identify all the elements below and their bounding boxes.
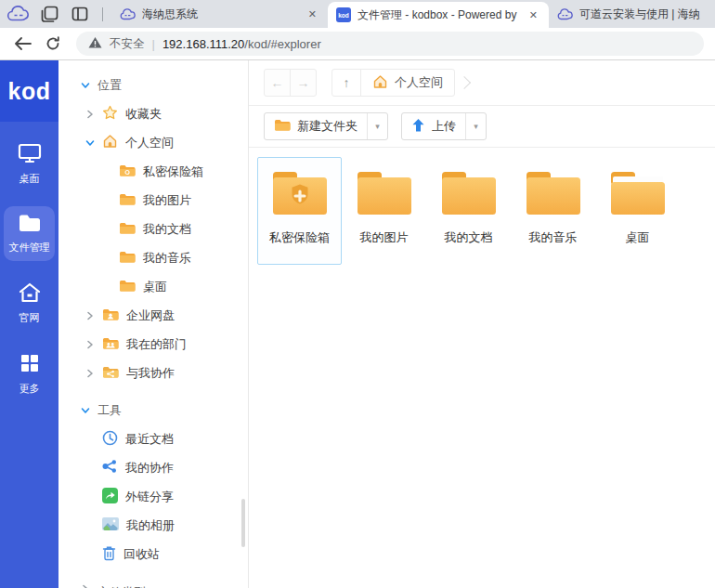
vertical-tabs-icon[interactable] [68,3,92,25]
tree-scrollbar-thumb[interactable] [241,499,245,547]
history-forward-button[interactable]: → [290,70,316,96]
address-divider: | [152,37,155,51]
chevron-right-icon[interactable] [85,369,95,378]
tree-item-private-safe[interactable]: 私密保险箱 [58,157,248,186]
file-tile-private-safe[interactable]: 私密保险箱 [257,157,342,265]
tree-item-personal-space[interactable]: 个人空间 [58,128,248,157]
upload-button[interactable]: 上传 [402,113,465,139]
browser-window: 海纳思系统 ✕ kod 文件管理 - kodbox - Powered by ✕… [0,0,715,588]
file-name: 私密保险箱 [269,229,330,246]
folder-large-icon [355,169,414,221]
sidebar-item-official-site[interactable]: 官网 [4,275,55,332]
folder-large-icon [439,169,499,221]
close-icon[interactable]: ✕ [306,8,319,20]
external-link-icon [102,488,118,506]
desktop-monitor-icon [18,142,42,166]
sidebar-item-label: 桌面 [20,172,40,186]
go-up-button[interactable]: ↑ [332,70,361,96]
chevron-right-icon[interactable] [81,584,90,588]
folder-icon [119,192,136,209]
chevron-down-icon[interactable] [81,407,90,414]
new-folder-button[interactable]: 新建文件夹 [265,113,367,139]
app-sidebar: kod 桌面 文件管理 官网 [0,60,58,588]
tree-item-label: 私密保险箱 [143,163,203,180]
browser-tab-strip: 海纳思系统 ✕ kod 文件管理 - kodbox - Powered by ✕… [0,0,715,28]
upload-dropdown-caret[interactable]: ▾ [465,113,486,139]
tree-item-label: 个人空间 [125,135,174,151]
tree-item-label: 与我协作 [126,365,175,382]
history-nav-group: ← → [264,69,317,97]
file-tile-my-music[interactable]: 我的音乐 [511,157,595,265]
tree-item-my-documents[interactable]: 我的文档 [58,215,248,243]
breadcrumb-root[interactable]: 个人空间 [395,74,443,91]
tab-collections-icon[interactable] [37,3,61,25]
tree-item-my-department[interactable]: 我在的部门 [58,330,248,359]
tree-item-external-share[interactable]: 外链分享 [58,482,248,511]
sidebar-item-more[interactable]: 更多 [4,346,55,402]
home-orange-icon [102,134,118,151]
haina-cloud-favicon [120,8,136,20]
file-name: 我的文档 [445,229,493,246]
department-folder-icon [102,336,119,353]
reload-icon[interactable] [46,36,60,51]
tree-item-company-disk[interactable]: 企业网盘 [58,301,248,330]
tree-section-file-types[interactable]: 文件类型 [58,583,248,588]
back-icon[interactable] [14,37,32,50]
new-folder-dropdown-caret[interactable]: ▾ [367,113,387,139]
chevron-right-icon[interactable] [85,311,95,320]
breadcrumb[interactable]: 个人空间 [361,74,454,92]
tree-item-label: 回收站 [124,546,160,563]
upload-label: 上传 [432,118,456,135]
tree-item-recycle-bin[interactable]: 回收站 [58,540,248,568]
tree-section-label: 工具 [98,402,122,419]
file-explorer-main: ← → ↑ 个人空间 [249,60,715,588]
upload-arrow-icon [411,118,425,136]
folder-icon [274,118,291,135]
close-icon[interactable]: ✕ [526,9,540,21]
tree-item-shared-with-me[interactable]: 与我协作 [58,359,248,387]
folder-icon [119,250,136,267]
tree-section-tools[interactable]: 工具 [58,397,248,425]
haina-cloud-favicon [557,8,573,20]
new-folder-split-button: 新建文件夹 ▾ [264,112,388,140]
chevron-right-icon[interactable] [85,110,95,119]
file-tile-my-pictures[interactable]: 我的图片 [342,157,426,265]
tab-strip-divider [102,7,103,21]
chevron-right-icon[interactable] [85,340,95,349]
trash-icon [102,545,116,564]
tree-item-my-albums[interactable]: 我的相册 [58,511,248,540]
address-bar[interactable]: 不安全 | 192.168.111.20/kod/#explorer [76,32,704,56]
sidebar-item-desktop[interactable]: 桌面 [4,136,55,192]
tree-item-my-music[interactable]: 我的音乐 [58,243,248,272]
home-icon [18,281,42,306]
tree-item-favorites[interactable]: 收藏夹 [58,99,248,128]
tree-item-recent-documents[interactable]: 最近文档 [58,425,248,453]
grid-icon [19,352,41,376]
sidebar-item-label: 更多 [20,382,40,396]
breadcrumb-bar: ← → ↑ 个人空间 [249,60,715,106]
file-tile-my-documents[interactable]: 我的文档 [426,157,511,265]
tree-section-location[interactable]: 位置 [58,72,248,99]
tree-item-label: 收藏夹 [125,106,162,123]
sidebar-item-file-manager[interactable]: 文件管理 [4,206,55,261]
tree-item-label: 企业网盘 [126,307,175,324]
tab-title: 文件管理 - kodbox - Powered by [358,7,520,23]
star-icon [102,105,118,123]
tree-item-my-collaboration[interactable]: 我的协作 [58,453,248,482]
history-back-button[interactable]: ← [265,70,290,96]
workspaces-cloud-icon[interactable] [6,3,31,25]
kod-logo[interactable]: kod [0,60,58,122]
sidebar-item-label: 文件管理 [9,241,50,255]
chevron-down-icon[interactable] [85,139,95,147]
browser-tab-kodcloud-help[interactable]: 可道云安装与使用 | 海纳思 [549,0,715,28]
tree-item-my-pictures[interactable]: 我的图片 [58,186,248,215]
tree-item-label: 我在的部门 [126,336,187,353]
browser-tab-kodbox-active[interactable]: kod 文件管理 - kodbox - Powered by ✕ [328,2,549,28]
chevron-down-icon[interactable] [81,82,90,89]
tree-item-label: 我的相册 [126,517,175,534]
company-folder-icon [102,307,119,324]
file-tile-desktop[interactable]: 桌面 [595,157,680,265]
tree-item-desktop-folder[interactable]: 桌面 [58,272,248,301]
tree-item-label: 我的协作 [125,460,174,477]
browser-tab-hainasi[interactable]: 海纳思系统 ✕ [111,0,328,28]
